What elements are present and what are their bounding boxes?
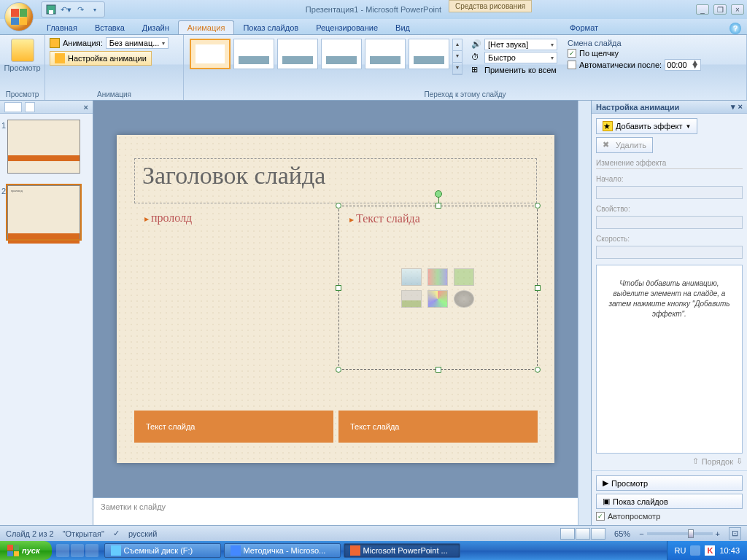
- sound-dropdown[interactable]: [Нет звука]: [484, 39, 557, 50]
- resize-handle[interactable]: [336, 203, 341, 209]
- speed-icon: ⏱: [471, 52, 481, 63]
- taskpane-menu-icon[interactable]: ▾: [731, 102, 735, 112]
- taskbar-item[interactable]: Методичка - Microso...: [224, 543, 341, 558]
- transition-item[interactable]: [409, 39, 449, 69]
- play-button[interactable]: ▶Просмотр: [596, 475, 743, 491]
- notes-pane[interactable]: Заметки к слайду: [93, 497, 578, 525]
- resize-handle[interactable]: [436, 367, 441, 373]
- apply-all-button[interactable]: ⊞Применить ко всем: [471, 65, 557, 75]
- change-effect-section: Изменение эффекта: [596, 159, 743, 169]
- ql-icon[interactable]: [56, 544, 69, 557]
- tab-format[interactable]: Формат: [561, 21, 607, 34]
- outline-tab[interactable]: [25, 102, 35, 112]
- status-bar: Слайд 2 из 2 "Открытая" ✓ русский 65% − …: [0, 525, 747, 541]
- close-thumbnails-button[interactable]: ×: [84, 103, 88, 112]
- insert-media-icon[interactable]: [454, 290, 474, 308]
- vertical-scrollbar[interactable]: [578, 101, 591, 525]
- fit-window-button[interactable]: ⊡: [729, 527, 741, 540]
- slide-canvas[interactable]: Заголовок слайда прололд Текст слайда: [93, 101, 578, 497]
- insert-clipart-icon[interactable]: [427, 290, 448, 308]
- tab-home[interactable]: Главная: [38, 21, 86, 34]
- auto-after-label: Автоматически после:: [579, 61, 662, 69]
- custom-animation-button[interactable]: Настройка анимации: [50, 51, 152, 66]
- close-button[interactable]: ×: [731, 4, 744, 15]
- zoom-level[interactable]: 65%: [614, 529, 630, 538]
- taskbar-item-active[interactable]: Microsoft PowerPoint ...: [344, 543, 460, 558]
- auto-after-time[interactable]: 00:00▲▼: [665, 59, 701, 71]
- restore-button[interactable]: ❐: [713, 4, 727, 15]
- rotation-handle[interactable]: [435, 190, 442, 198]
- theme-name: "Открытая": [63, 529, 104, 538]
- insert-smartart-icon[interactable]: [454, 268, 474, 286]
- normal-view-button[interactable]: [560, 528, 575, 540]
- kaspersky-icon[interactable]: K: [705, 545, 715, 556]
- resize-handle[interactable]: [535, 203, 541, 209]
- spellcheck-icon[interactable]: ✓: [113, 529, 120, 538]
- transition-item[interactable]: [277, 39, 318, 69]
- slideshow-icon: ▣: [603, 497, 610, 506]
- notes-placeholder: Заметки к слайду: [101, 502, 166, 511]
- windows-taskbar: пуск Съемный диск (F:) Методичка - Micro…: [0, 541, 747, 560]
- sorter-view-button[interactable]: [576, 528, 590, 540]
- footer-placeholder-right[interactable]: Текст слайда: [338, 411, 538, 443]
- footer-placeholder-left[interactable]: Текст слайда: [134, 411, 333, 443]
- transition-item[interactable]: [321, 39, 362, 69]
- undo-icon[interactable]: ↶▾: [59, 3, 72, 16]
- minimize-button[interactable]: _: [696, 4, 709, 15]
- resize-handle[interactable]: [535, 367, 541, 373]
- start-button[interactable]: пуск: [0, 541, 52, 560]
- gallery-more-button[interactable]: ▴▾▾: [452, 39, 462, 75]
- sound-icon: 🔊: [471, 39, 481, 50]
- tray-clock[interactable]: 10:43: [719, 546, 740, 555]
- speed-dropdown[interactable]: Быстро: [484, 52, 557, 63]
- content-placeholder-left[interactable]: прололд: [134, 206, 333, 370]
- tab-slideshow[interactable]: Показ слайдов: [234, 21, 307, 34]
- transition-item[interactable]: [233, 39, 274, 69]
- slide-number: 2: [1, 187, 6, 195]
- transition-none[interactable]: [190, 39, 231, 69]
- taskbar-item[interactable]: Съемный диск (F:): [104, 543, 221, 558]
- language-indicator[interactable]: русский: [128, 529, 157, 538]
- slide-counter: Слайд 2 из 2: [6, 529, 54, 538]
- resize-handle[interactable]: [336, 367, 341, 373]
- animation-dropdown[interactable]: Без анимац...: [106, 37, 169, 49]
- slide-thumbnail-1[interactable]: 1: [7, 120, 85, 174]
- zoom-out-button[interactable]: −: [639, 529, 643, 538]
- autopreview-checkbox[interactable]: ✓: [596, 512, 605, 521]
- resize-handle[interactable]: [436, 203, 441, 209]
- tab-insert[interactable]: Вставка: [86, 21, 133, 34]
- add-effect-button[interactable]: ★ Добавить эффект ▼: [596, 118, 697, 134]
- transition-item[interactable]: [365, 39, 406, 69]
- preview-button[interactable]: Просмотр: [4, 37, 40, 74]
- speed-dropdown: [596, 246, 743, 259]
- slide-thumbnail-2[interactable]: 2 прололд: [7, 185, 85, 239]
- tab-review[interactable]: Рецензирование: [307, 21, 387, 34]
- tab-view[interactable]: Вид: [387, 21, 419, 34]
- help-icon[interactable]: ?: [729, 23, 741, 34]
- resize-handle[interactable]: [535, 285, 541, 291]
- ql-icon[interactable]: [71, 544, 84, 557]
- zoom-slider[interactable]: [647, 532, 713, 535]
- content-placeholder-right-selected[interactable]: Текст слайда: [338, 206, 538, 370]
- redo-icon[interactable]: ↷: [74, 3, 87, 16]
- tray-lang[interactable]: RU: [675, 546, 686, 555]
- qat-menu-icon[interactable]: ▾: [88, 3, 101, 16]
- insert-chart-icon[interactable]: [427, 268, 448, 286]
- slides-tab[interactable]: [4, 102, 22, 112]
- slideshow-button[interactable]: ▣Показ слайдов: [596, 494, 743, 509]
- slideshow-view-button[interactable]: [591, 528, 605, 540]
- tray-icon[interactable]: [690, 545, 700, 556]
- save-icon[interactable]: [44, 3, 58, 16]
- auto-after-checkbox[interactable]: [568, 61, 576, 69]
- insert-picture-icon[interactable]: [401, 290, 422, 308]
- zoom-in-button[interactable]: +: [716, 529, 720, 538]
- title-placeholder[interactable]: Заголовок слайда: [134, 158, 537, 203]
- insert-table-icon[interactable]: [401, 268, 422, 286]
- resize-handle[interactable]: [336, 285, 341, 291]
- tab-animation[interactable]: Анимация: [178, 20, 235, 34]
- ql-icon[interactable]: [85, 544, 98, 557]
- office-button[interactable]: [4, 2, 34, 31]
- taskpane-close-icon[interactable]: ×: [738, 102, 743, 112]
- tab-design[interactable]: Дизайн: [133, 21, 178, 34]
- on-click-checkbox[interactable]: ✓: [568, 49, 576, 58]
